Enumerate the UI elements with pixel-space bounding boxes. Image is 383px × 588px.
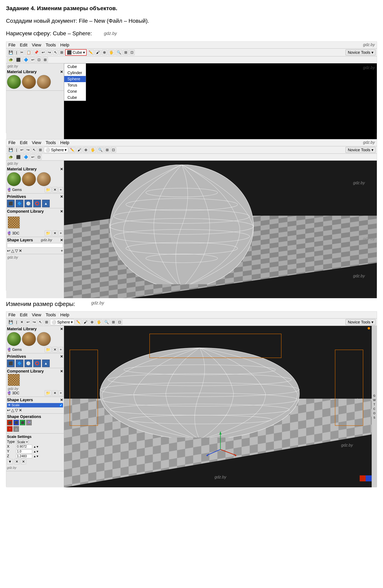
layers-ctrl-3-1[interactable]: ↩: [7, 408, 10, 413]
menu-view-2[interactable]: View: [31, 140, 42, 146]
mat-thumb-3-2[interactable]: [22, 332, 36, 346]
right-icon-g[interactable]: G: [373, 394, 375, 397]
comp-close-2[interactable]: ✕: [60, 209, 63, 214]
layers-ctrl-1[interactable]: ↩: [7, 248, 10, 253]
layers-ctrl-4[interactable]: ✕: [19, 248, 22, 253]
dropdown-cube-1[interactable]: Cube: [64, 63, 86, 70]
undo-btn-3[interactable]: ✕: [19, 319, 24, 325]
menu-help-2[interactable]: Help: [59, 140, 70, 146]
scale-z-stepper[interactable]: ▲▼: [33, 455, 39, 458]
dropdown-cone-1[interactable]: Cone: [64, 88, 86, 94]
right-icon-s[interactable]: S: [373, 416, 375, 419]
frame-btn[interactable]: ⊡: [129, 50, 135, 55]
brush-btn-2[interactable]: 🖌: [76, 147, 82, 153]
arrow-btn-3[interactable]: ↪: [31, 319, 37, 325]
dropdown-sphere-1[interactable]: Sphere: [64, 76, 86, 82]
menu-view-3[interactable]: View: [31, 312, 42, 318]
shape-layers-input-2[interactable]: [7, 243, 63, 248]
zoom-btn-2[interactable]: 🔍: [97, 147, 104, 153]
shape-op-2[interactable]: ⬛: [13, 420, 19, 425]
brush-btn-3[interactable]: 🖌: [83, 319, 89, 325]
mat-thumb-2-3[interactable]: [37, 172, 51, 186]
lib-add-3[interactable]: +: [58, 390, 63, 396]
material-library-close-1[interactable]: ✕: [60, 70, 63, 74]
right-icon-t[interactable]: T: [373, 403, 375, 406]
transform-btn-3[interactable]: ↖: [38, 319, 43, 325]
grid-btn-3[interactable]: ⊞: [111, 319, 116, 325]
prim-cone-2[interactable]: ▲: [42, 200, 50, 207]
prim-cylinder-2[interactable]: 🔷: [16, 200, 23, 207]
fill-btn-2[interactable]: ⊗: [83, 147, 89, 153]
dropdown-menu-1[interactable]: Cube Cylinder Sphere Torus Cone Cube: [64, 63, 86, 101]
scale-x-input[interactable]: [16, 445, 32, 449]
color-red[interactable]: [360, 475, 366, 481]
lib-file-2[interactable]: 📁: [45, 231, 51, 236]
layers-ctrl-3[interactable]: ▽: [15, 248, 18, 253]
lib-file-3[interactable]: 📁: [45, 390, 51, 396]
comp-close-3[interactable]: ✕: [60, 369, 63, 374]
cut-btn[interactable]: ✂: [19, 50, 24, 55]
lib-del-3[interactable]: ✕: [52, 390, 58, 396]
tb2-btn5[interactable]: ⊡: [36, 57, 42, 63]
gems-file-2[interactable]: 📁: [45, 187, 51, 192]
menu-edit[interactable]: Edit: [19, 42, 28, 48]
zoom-btn[interactable]: 🔍: [115, 50, 122, 55]
mat-thumb-2-2[interactable]: [22, 172, 36, 186]
transform-btn-2[interactable]: ⊞: [38, 147, 43, 153]
layers-close-3[interactable]: ✕: [60, 398, 63, 402]
prim-sphere-3[interactable]: ⚪: [24, 359, 32, 367]
scale-x-stepper[interactable]: ▲▼: [33, 445, 39, 448]
tb2-btn1[interactable]: 🐢: [7, 57, 14, 63]
prim-cylinder-3[interactable]: 🔷: [16, 359, 23, 367]
frame-btn-2[interactable]: ⊡: [111, 147, 116, 153]
menu-tools-2[interactable]: Tools: [45, 140, 57, 146]
mat-thumb-3-3[interactable]: [37, 332, 51, 346]
layers-ctrl-2[interactable]: △: [11, 248, 14, 253]
scale-type-select[interactable]: Scale: [16, 440, 29, 444]
menu-tools-3[interactable]: Tools: [45, 312, 57, 318]
prim-cube-2[interactable]: ⬛: [7, 200, 15, 207]
menu-edit-2[interactable]: Edit: [19, 140, 28, 146]
prim-torus-3[interactable]: ⭕: [33, 359, 41, 367]
layers-ctrl-3-3[interactable]: ▽: [15, 408, 18, 413]
scale-cross-1[interactable]: ✕: [14, 459, 20, 464]
pencil-btn[interactable]: ✏️: [87, 50, 94, 55]
layers-add-2[interactable]: +: [61, 249, 63, 253]
prim-torus-2[interactable]: ⭕: [33, 200, 41, 207]
prim-cone-3[interactable]: ▲: [42, 359, 50, 367]
comp-thumb-2[interactable]: [8, 216, 20, 229]
tb2-btn3[interactable]: 🔷: [23, 57, 29, 63]
tb2-s2-5[interactable]: ⊡: [36, 154, 42, 160]
frame-btn-3[interactable]: ⊡: [117, 319, 122, 325]
prim-cube-3[interactable]: ⬛: [7, 359, 15, 367]
redo-btn-1[interactable]: ↪: [47, 50, 52, 55]
shape-op-5[interactable]: 🔻: [7, 426, 13, 432]
shape-op-6[interactable]: △: [13, 426, 19, 432]
novice-tools-btn-3[interactable]: Novice Tools ▾: [345, 319, 376, 325]
mat-thumb-2-1[interactable]: [7, 172, 21, 186]
grid-btn[interactable]: ⊞: [123, 50, 129, 55]
layer-row-scale[interactable]: 👁 Scale: [7, 403, 63, 407]
menu-file-3[interactable]: File: [7, 312, 16, 318]
redo-btn-3[interactable]: ↩: [25, 319, 31, 325]
hand-btn-2[interactable]: 🖐: [89, 147, 96, 153]
gems-file-3[interactable]: 📁: [45, 347, 51, 352]
shape-selector-1[interactable]: ⬛ Cube ▾: [65, 49, 87, 56]
fill-btn-3[interactable]: ⊗: [89, 319, 95, 325]
shape-op-1[interactable]: ⬛: [7, 420, 13, 425]
scale-z-input[interactable]: [16, 454, 32, 458]
gems-del-2[interactable]: ✕: [52, 187, 58, 192]
prim-close-3[interactable]: ✕: [60, 354, 63, 359]
transform-btn[interactable]: ⊞: [59, 50, 65, 55]
material-thumb-3[interactable]: [37, 75, 51, 89]
shape-selector-3[interactable]: ⚪ Sphere ▾: [50, 319, 74, 325]
grid-btn-2[interactable]: ⊞: [105, 147, 110, 153]
menu-edit-3[interactable]: Edit: [19, 312, 28, 318]
novice-tools-btn-1[interactable]: Novice Tools ▾: [345, 49, 376, 55]
select-btn[interactable]: ↖: [53, 50, 58, 55]
scale-cross-2[interactable]: ✕: [21, 459, 26, 464]
hand-btn-3[interactable]: 🖐: [95, 319, 102, 325]
prim-sphere-2[interactable]: ⚪: [24, 200, 32, 207]
redo-btn-2[interactable]: ↪: [25, 147, 31, 153]
material-thumb-2[interactable]: [22, 75, 36, 89]
